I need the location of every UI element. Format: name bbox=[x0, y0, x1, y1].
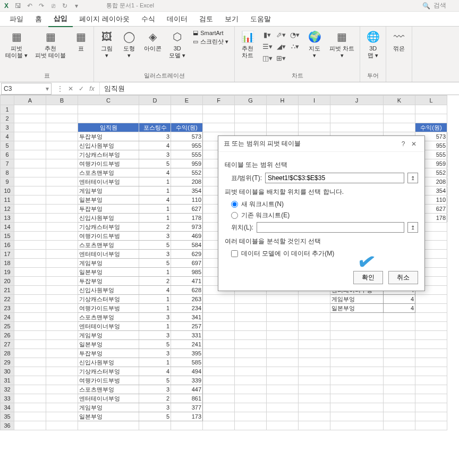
cell-J26[interactable] bbox=[330, 331, 384, 340]
ribbon-tab-0[interactable]: 파일 bbox=[4, 12, 29, 27]
cell-G24[interactable] bbox=[235, 313, 267, 322]
cell-H22[interactable] bbox=[267, 295, 299, 304]
table-button[interactable]: ▦표 bbox=[70, 28, 91, 54]
cell-B14[interactable] bbox=[46, 223, 78, 232]
cell-A7[interactable] bbox=[14, 159, 46, 168]
ribbon-tab-7[interactable]: 보기 bbox=[219, 12, 244, 27]
cell-F22[interactable] bbox=[203, 295, 235, 304]
cell-F31[interactable] bbox=[203, 376, 235, 385]
row-header-8[interactable]: 8 bbox=[1, 168, 14, 177]
cell-K36[interactable] bbox=[384, 421, 415, 430]
cell-F23[interactable] bbox=[203, 304, 235, 313]
cell-E27[interactable]: 241 bbox=[171, 340, 203, 349]
cell-E12[interactable]: 627 bbox=[171, 205, 203, 214]
cell-J32[interactable] bbox=[330, 385, 384, 394]
cell-E35[interactable]: 173 bbox=[171, 412, 203, 421]
row-header-27[interactable]: 27 bbox=[1, 340, 14, 349]
cell-A18[interactable] bbox=[14, 259, 46, 268]
cell-A9[interactable] bbox=[14, 177, 46, 186]
row-header-25[interactable]: 25 bbox=[1, 322, 14, 331]
cell-A23[interactable] bbox=[14, 304, 46, 313]
cell-K27[interactable] bbox=[384, 340, 415, 349]
cell-L30[interactable] bbox=[415, 367, 447, 376]
cell-A25[interactable] bbox=[14, 322, 46, 331]
cell-B2[interactable] bbox=[46, 114, 78, 123]
cell-F34[interactable] bbox=[203, 403, 235, 412]
row-header-20[interactable]: 20 bbox=[1, 277, 14, 286]
cell-H30[interactable] bbox=[267, 367, 299, 376]
cell-B22[interactable] bbox=[46, 295, 78, 304]
chart-column-icon[interactable]: ▮▾ bbox=[261, 30, 273, 39]
cell-D8[interactable]: 4 bbox=[139, 168, 171, 177]
cell-D15[interactable]: 3 bbox=[139, 232, 171, 241]
cell-B12[interactable] bbox=[46, 205, 78, 214]
undo-icon[interactable]: ↶ bbox=[26, 2, 34, 10]
cell-C4[interactable]: 투잡부엉 bbox=[78, 132, 139, 141]
cell-B18[interactable] bbox=[46, 259, 78, 268]
cell-D35[interactable]: 5 bbox=[139, 412, 171, 421]
cell-H33[interactable] bbox=[267, 394, 299, 403]
cell-C30[interactable]: 기상캐스터부엉 bbox=[78, 367, 139, 376]
cell-J30[interactable] bbox=[330, 367, 384, 376]
cell-B30[interactable] bbox=[46, 367, 78, 376]
cell-C21[interactable]: 신입사원부엉 bbox=[78, 286, 139, 295]
autosave-icon[interactable]: ↻ bbox=[61, 2, 69, 10]
cell-C35[interactable]: 일본부엉 bbox=[78, 412, 139, 421]
cell-A21[interactable] bbox=[14, 286, 46, 295]
cell-B23[interactable] bbox=[46, 304, 78, 313]
cell-C1[interactable] bbox=[78, 105, 139, 114]
cell-A14[interactable] bbox=[14, 223, 46, 232]
cell-G36[interactable] bbox=[235, 421, 267, 430]
cell-G30[interactable] bbox=[235, 367, 267, 376]
cell-E32[interactable]: 447 bbox=[171, 385, 203, 394]
cell-K30[interactable] bbox=[384, 367, 415, 376]
cell-E2[interactable] bbox=[171, 114, 203, 123]
cell-G28[interactable] bbox=[235, 349, 267, 358]
row-header-12[interactable]: 12 bbox=[1, 205, 14, 214]
row-header-22[interactable]: 22 bbox=[1, 295, 14, 304]
location-input[interactable] bbox=[257, 222, 404, 233]
cell-C16[interactable]: 스포츠맨부엉 bbox=[78, 241, 139, 250]
row-header-23[interactable]: 23 bbox=[1, 304, 14, 313]
cell-E30[interactable]: 494 bbox=[171, 367, 203, 376]
cell-E25[interactable]: 257 bbox=[171, 322, 203, 331]
cell-E15[interactable]: 469 bbox=[171, 232, 203, 241]
cell-K22[interactable]: 4 bbox=[384, 295, 415, 304]
cell-H32[interactable] bbox=[267, 385, 299, 394]
cell-H27[interactable] bbox=[267, 340, 299, 349]
cell-A12[interactable] bbox=[14, 205, 46, 214]
cell-G31[interactable] bbox=[235, 376, 267, 385]
cell-C14[interactable]: 기상캐스터부엉 bbox=[78, 223, 139, 232]
cell-A29[interactable] bbox=[14, 358, 46, 367]
chart-area-icon[interactable]: ◢▾ bbox=[275, 41, 287, 51]
cell-G2[interactable] bbox=[235, 114, 267, 123]
cell-K33[interactable] bbox=[384, 394, 415, 403]
cell-L1[interactable] bbox=[415, 105, 447, 114]
cell-D18[interactable]: 5 bbox=[139, 259, 171, 268]
cell-D29[interactable]: 1 bbox=[139, 358, 171, 367]
cell-C6[interactable]: 기상캐스터부엉 bbox=[78, 150, 139, 159]
cell-B4[interactable] bbox=[46, 132, 78, 141]
cell-A2[interactable] bbox=[14, 114, 46, 123]
cell-C8[interactable]: 스포츠맨부엉 bbox=[78, 168, 139, 177]
cell-K2[interactable] bbox=[384, 114, 415, 123]
row-header-29[interactable]: 29 bbox=[1, 358, 14, 367]
screenshot-button[interactable]: ▭스크린샷 ▾ bbox=[192, 37, 230, 46]
cell-F33[interactable] bbox=[203, 394, 235, 403]
cell-I30[interactable] bbox=[299, 367, 330, 376]
cell-J31[interactable] bbox=[330, 376, 384, 385]
cell-A16[interactable] bbox=[14, 241, 46, 250]
cell-K28[interactable] bbox=[384, 349, 415, 358]
cell-B31[interactable] bbox=[46, 376, 78, 385]
cell-C19[interactable]: 일본부엉 bbox=[78, 268, 139, 277]
cell-D3[interactable]: 포스팅수 bbox=[139, 123, 171, 132]
col-header-D[interactable]: D bbox=[139, 96, 171, 105]
cell-F3[interactable] bbox=[203, 123, 235, 132]
pivot-table-button[interactable]: ▦피벗 테이블 ▾ bbox=[2, 28, 31, 61]
cell-E14[interactable]: 973 bbox=[171, 223, 203, 232]
model3d-button[interactable]: ⬡3D 모델 ▾ bbox=[166, 28, 189, 61]
row-header-14[interactable]: 14 bbox=[1, 223, 14, 232]
cell-G3[interactable] bbox=[235, 123, 267, 132]
shape-button[interactable]: ◯도형 ▾ bbox=[118, 28, 140, 61]
cell-C23[interactable]: 여행가이드부벙 bbox=[78, 304, 139, 313]
